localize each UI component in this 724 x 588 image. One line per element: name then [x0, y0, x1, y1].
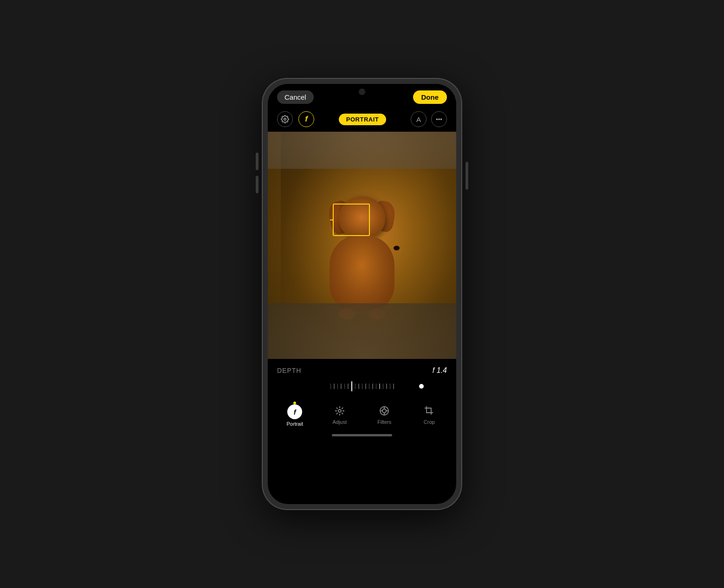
slider-track — [330, 381, 394, 391]
more-dots-label: ••• — [436, 116, 442, 123]
nav-tabs: f Portrait Adjust — [268, 401, 456, 428]
phone-frame: Cancel Done f PORTRAIT A — [262, 78, 462, 510]
toolbar-right: A ••• — [411, 111, 447, 127]
dog-eye-right — [394, 246, 400, 250]
portrait-tab-label: Portrait — [287, 421, 303, 427]
tick-5 — [344, 383, 345, 389]
adjust-tab-label: Adjust — [332, 419, 347, 425]
tick-15 — [386, 383, 387, 389]
power-button[interactable] — [465, 162, 468, 190]
tab-adjust[interactable]: Adjust — [326, 403, 354, 427]
dog-body — [330, 236, 394, 310]
portrait-tab-icon: f — [287, 404, 302, 419]
phone-screen: Cancel Done f PORTRAIT A — [268, 84, 456, 504]
done-button[interactable]: Done — [413, 90, 447, 104]
adjust-icon — [333, 404, 346, 417]
tab-portrait[interactable]: f Portrait — [281, 403, 309, 428]
a-icon-label: A — [416, 115, 421, 123]
focus-box — [333, 204, 370, 236]
tick-2 — [334, 383, 335, 389]
crop-tab-label: Crop — [424, 419, 435, 425]
tick-4 — [341, 383, 342, 389]
tick-9 — [362, 383, 363, 389]
tab-filters[interactable]: Filters — [370, 403, 398, 427]
photo-view[interactable] — [268, 132, 456, 359]
portrait-f-icon-button[interactable]: f — [298, 111, 314, 127]
tab-crop[interactable]: Crop — [415, 403, 443, 427]
tick-13 — [376, 383, 377, 389]
portrait-f-label: f — [294, 408, 296, 416]
cancel-button[interactable]: Cancel — [277, 90, 314, 104]
depth-label: DEPTH — [277, 367, 301, 374]
tick-12 — [372, 383, 373, 389]
tick-1 — [330, 383, 331, 389]
tick-17 — [393, 383, 394, 389]
f-value: f 1.4 — [433, 366, 447, 375]
crop-icon — [423, 404, 436, 417]
home-indicator — [332, 434, 392, 436]
filters-tab-label: Filters — [377, 419, 391, 425]
bottom-navigation: f Portrait Adjust — [268, 397, 456, 436]
tick-3 — [337, 383, 338, 389]
slider-center — [351, 381, 352, 391]
tick-8 — [358, 383, 359, 389]
top-bar: Cancel Done — [268, 84, 456, 109]
photo-background — [268, 132, 456, 359]
f-icon-label: f — [305, 115, 308, 124]
tick-10 — [365, 383, 366, 389]
svg-point-3 — [382, 409, 386, 413]
settings-icon-button[interactable] — [277, 111, 293, 127]
tick-11 — [369, 383, 370, 389]
tick-16 — [390, 383, 391, 389]
tick-7 — [355, 383, 356, 389]
svg-point-1 — [338, 409, 341, 412]
auto-icon-button[interactable]: A — [411, 111, 427, 127]
tick-14 — [383, 383, 384, 389]
volume-up-button[interactable] — [256, 153, 259, 170]
depth-control-area: DEPTH f 1.4 — [268, 359, 456, 397]
tick-6 — [348, 383, 349, 389]
tick-active — [379, 383, 380, 389]
svg-point-0 — [284, 118, 286, 121]
more-options-button[interactable]: ••• — [431, 111, 447, 127]
camera-dot — [359, 89, 365, 95]
volume-down-button[interactable] — [256, 176, 259, 193]
edit-toolbar: f PORTRAIT A ••• — [268, 109, 456, 132]
depth-slider[interactable] — [277, 379, 447, 393]
depth-row: DEPTH f 1.4 — [277, 366, 447, 375]
toolbar-left: f — [277, 111, 314, 127]
slider-indicator — [419, 384, 424, 389]
top-ground — [268, 132, 456, 169]
portrait-badge[interactable]: PORTRAIT — [339, 114, 386, 125]
ground-overlay — [268, 303, 456, 359]
filters-icon — [378, 404, 391, 417]
active-indicator — [293, 402, 296, 404]
